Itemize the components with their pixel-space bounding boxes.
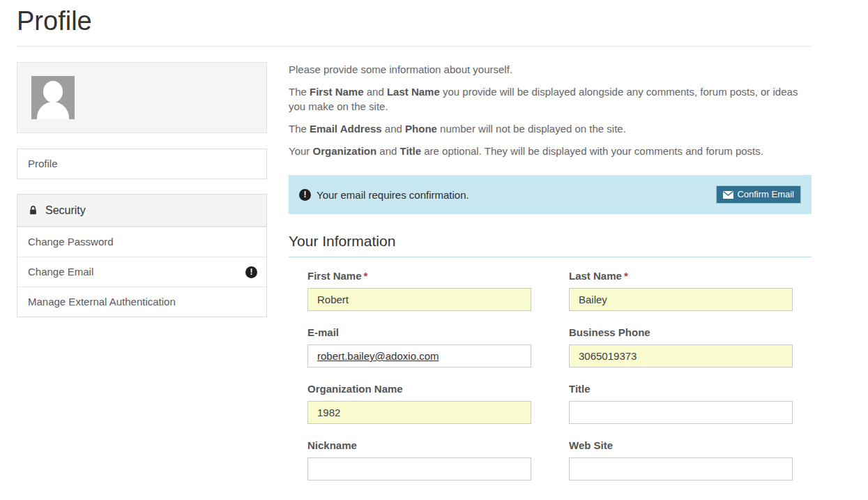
- intro-bold: First Name: [310, 86, 364, 98]
- form-group-email: E-mail: [289, 326, 550, 368]
- sidebar-item-change-email[interactable]: Change Email !: [17, 257, 266, 287]
- confirm-email-label: Confirm Email: [737, 189, 794, 200]
- form-group-nickname: Nickname: [289, 439, 550, 480]
- sidebar-section-label: Security: [45, 203, 86, 218]
- web-site-field[interactable]: [569, 457, 793, 480]
- sidebar-item-label: Change Email: [28, 265, 93, 279]
- sidebar-nav-primary: Profile: [17, 149, 267, 179]
- exclamation-circle-icon: !: [245, 266, 257, 278]
- intro-text: and: [364, 86, 387, 98]
- intro-text: Your: [289, 145, 312, 157]
- profile-page: Profile Profile: [0, 6, 868, 495]
- last-name-field[interactable]: [569, 288, 793, 311]
- intro-bold: Organization: [312, 145, 376, 157]
- title-field[interactable]: [569, 401, 793, 424]
- sidebar-item-manage-external-authentication[interactable]: Manage External Authentication: [17, 287, 266, 317]
- last-name-label: Last Name*: [569, 269, 793, 283]
- business-phone-field[interactable]: [569, 344, 793, 368]
- intro-text: Please provide some information about yo…: [289, 63, 512, 75]
- intro-paragraph-1: Please provide some information about yo…: [289, 62, 812, 77]
- alert-message: Your email requires confirmation.: [317, 189, 716, 201]
- sidebar-item-change-password[interactable]: Change Password: [17, 227, 266, 257]
- intro-text: are optional. They will be displayed wit…: [421, 145, 763, 157]
- lock-icon: [28, 205, 38, 215]
- title-divider: [17, 46, 812, 47]
- form-group-last-name: Last Name*: [550, 269, 812, 311]
- intro-bold: Title: [400, 145, 422, 157]
- required-marker: *: [364, 270, 368, 282]
- email-field[interactable]: [307, 344, 531, 368]
- sidebar-section-security: Security: [17, 195, 266, 227]
- sidebar-item-label: Manage External Authentication: [28, 295, 176, 309]
- person-icon-torso: [37, 102, 69, 119]
- avatar: [31, 76, 75, 119]
- intro-bold: Last Name: [387, 86, 440, 98]
- first-name-field[interactable]: [307, 288, 531, 311]
- envelope-icon: [723, 191, 733, 199]
- form-group-business-phone: Business Phone: [550, 326, 812, 368]
- form-group-first-name: First Name*: [289, 269, 550, 311]
- confirm-email-button[interactable]: Confirm Email: [716, 185, 801, 204]
- intro-paragraph-4: Your Organization and Title are optional…: [289, 144, 812, 158]
- main-content: Please provide some information about yo…: [289, 62, 812, 495]
- form-group-title: Title: [550, 382, 812, 424]
- first-name-label: First Name*: [307, 269, 531, 283]
- intro-bold: Phone: [405, 123, 437, 135]
- intro-text: number will not be displayed on the site…: [437, 123, 626, 135]
- intro-text: The: [289, 86, 310, 98]
- sidebar: Profile Security Change Password: [17, 62, 267, 495]
- page-title: Profile: [17, 6, 868, 36]
- email-confirmation-alert: ! Your email requires confirmation. Conf…: [289, 175, 812, 214]
- person-icon: [43, 81, 63, 103]
- intro-text: and: [382, 123, 405, 135]
- content-row: Profile Security Change Password: [17, 62, 868, 495]
- email-label: E-mail: [307, 326, 531, 340]
- exclamation-circle-icon: !: [299, 189, 311, 201]
- title-label: Title: [569, 382, 793, 396]
- form-group-web-site: Web Site: [550, 439, 812, 480]
- organization-name-field[interactable]: [307, 401, 531, 424]
- profile-form: First Name* Last Name* E-mail Business P…: [289, 269, 812, 495]
- sidebar-item-label: Change Password: [28, 235, 114, 249]
- intro-text: The: [289, 123, 310, 135]
- nickname-label: Nickname: [307, 439, 531, 453]
- sidebar-item-profile[interactable]: Profile: [17, 149, 266, 179]
- nickname-field[interactable]: [307, 457, 531, 480]
- intro-paragraph-2: The First Name and Last Name you provide…: [289, 84, 812, 114]
- avatar-panel: [17, 62, 267, 133]
- required-marker: *: [624, 270, 628, 282]
- web-site-label: Web Site: [569, 439, 793, 453]
- business-phone-label: Business Phone: [569, 326, 793, 340]
- section-heading: Your Information: [289, 232, 812, 257]
- organization-name-label: Organization Name: [307, 382, 531, 396]
- intro-bold: Email Address: [310, 123, 382, 135]
- intro-paragraph-3: The Email Address and Phone number will …: [289, 121, 812, 136]
- intro-text: and: [376, 145, 399, 157]
- sidebar-nav-security: Security Change Password Change Email ! …: [17, 194, 267, 317]
- sidebar-item-label: Profile: [28, 157, 58, 171]
- form-group-organization-name: Organization Name: [289, 382, 550, 424]
